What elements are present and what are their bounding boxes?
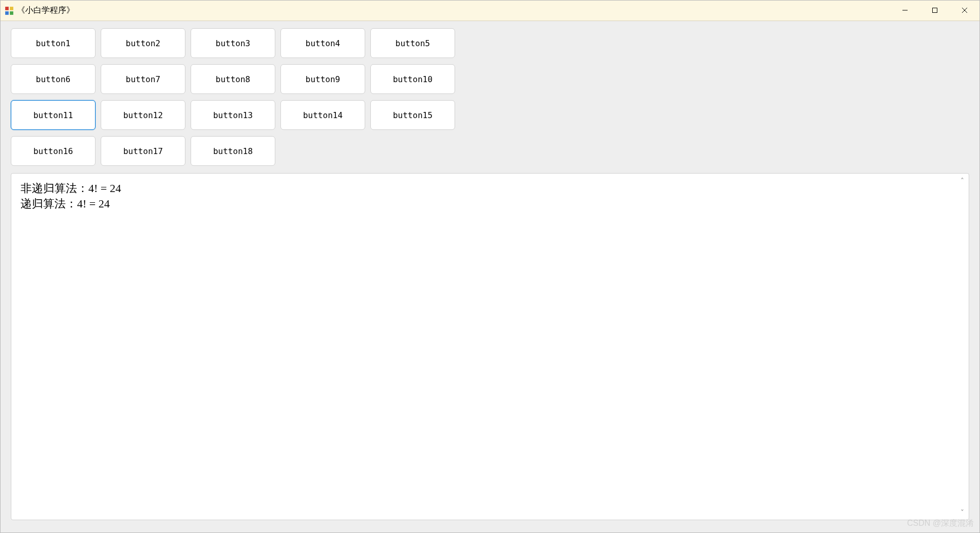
button-row: button16 button17 button18 (11, 136, 969, 166)
window-frame: 《小白学程序》 button1 button2 (0, 0, 980, 533)
button-13[interactable]: button13 (191, 100, 275, 130)
button-17[interactable]: button17 (101, 136, 185, 166)
button-5[interactable]: button5 (370, 28, 455, 58)
button-1[interactable]: button1 (11, 28, 96, 58)
svg-rect-0 (5, 7, 9, 10)
window-title: 《小白学程序》 (17, 5, 890, 16)
scroll-down-arrow[interactable]: ˅ (957, 508, 967, 517)
button-row: button11 button12 button13 button14 butt… (11, 100, 969, 130)
chevron-up-icon: ˄ (960, 177, 964, 185)
button-grid: button1 button2 button3 button4 button5 … (11, 28, 969, 166)
button-11[interactable]: button11 (11, 100, 96, 130)
svg-rect-1 (10, 7, 13, 10)
close-button[interactable] (950, 1, 979, 21)
button-12[interactable]: button12 (101, 100, 185, 130)
button-14[interactable]: button14 (280, 100, 365, 130)
close-icon (962, 6, 968, 15)
svg-rect-2 (5, 11, 9, 15)
button-10[interactable]: button10 (370, 64, 455, 94)
button-row: button1 button2 button3 button4 button5 (11, 28, 969, 58)
button-2[interactable]: button2 (101, 28, 185, 58)
svg-rect-5 (933, 8, 937, 12)
app-icon (5, 6, 14, 15)
maximize-button[interactable] (920, 1, 950, 21)
output-panel: 非递归算法：4! = 24 递归算法：4! = 24 ˄ ˅ (11, 173, 969, 520)
minimize-button[interactable] (890, 1, 920, 21)
svg-rect-3 (10, 11, 13, 15)
minimize-icon (902, 6, 908, 15)
button-3[interactable]: button3 (191, 28, 275, 58)
maximize-icon (932, 6, 938, 15)
button-18[interactable]: button18 (191, 136, 275, 166)
chevron-down-icon: ˅ (960, 508, 964, 517)
scroll-up-arrow[interactable]: ˄ (957, 177, 967, 185)
button-15[interactable]: button15 (370, 100, 455, 130)
window-controls (890, 1, 979, 21)
button-4[interactable]: button4 (280, 28, 365, 58)
button-16[interactable]: button16 (11, 136, 96, 166)
output-text[interactable]: 非递归算法：4! = 24 递归算法：4! = 24 (11, 174, 969, 219)
button-7[interactable]: button7 (101, 64, 185, 94)
button-row: button6 button7 button8 button9 button10 (11, 64, 969, 94)
button-8[interactable]: button8 (191, 64, 275, 94)
button-9[interactable]: button9 (280, 64, 365, 94)
client-area: button1 button2 button3 button4 button5 … (1, 21, 979, 532)
button-6[interactable]: button6 (11, 64, 96, 94)
titlebar[interactable]: 《小白学程序》 (1, 1, 979, 21)
